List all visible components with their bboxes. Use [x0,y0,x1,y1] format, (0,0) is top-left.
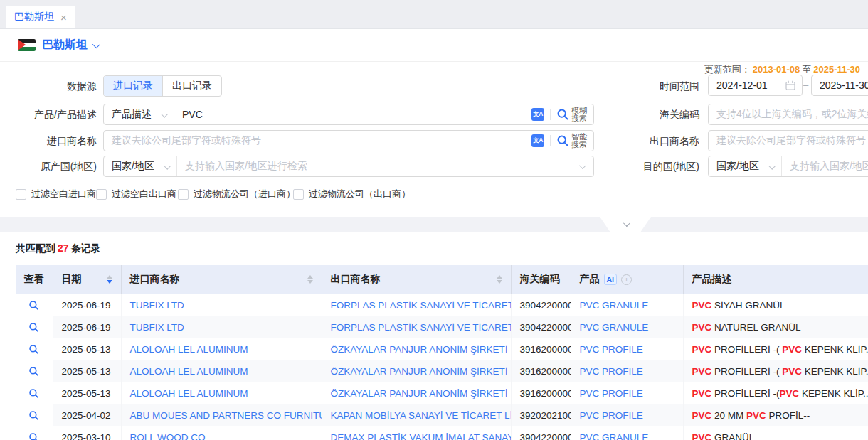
fuzzy-search-button[interactable]: 模糊搜索 [556,107,593,123]
sort-control-importer[interactable] [302,275,313,284]
chevron-down-icon [161,110,168,117]
translate-icon[interactable]: 文A [531,134,544,147]
date-start-input[interactable]: 2024-12-01 [708,75,803,96]
importer-link[interactable]: ALOLOAH LEL ALUMINUM [121,338,322,360]
exporter-label: 出口商名称 [607,130,699,151]
sort-desc-icon[interactable] [497,280,502,284]
filter-checkbox-label: 过滤空白出口商 [112,188,176,200]
info-icon[interactable] [621,274,632,285]
table-header-row: 查看 日期 进口商名称 出口商名称 海关编码 [16,265,868,294]
origin-country-label: 原产国(地区) [0,156,97,177]
checkbox-icon[interactable] [178,189,189,200]
exporter-link[interactable]: ÖZKAYALAR PANJUR ANONİM ŞİRKETİ [322,338,511,360]
view-record-button[interactable] [16,316,53,338]
product-link[interactable]: PVC GRANULE [571,294,683,316]
collapse-strip [0,217,868,232]
product-description-cell: PVC PROFİLLERİ -( PVC KEPENK KLİP... [683,338,868,360]
filter-checkbox[interactable]: 过滤物流公司（出口商） [293,188,411,200]
exporter-link[interactable]: ÖZKAYALAR PANJUR ANONİM ŞİRKETİ [322,382,511,404]
tab-export-records[interactable]: 出口记录 [163,76,221,96]
view-record-button[interactable] [16,338,53,360]
divider [550,109,551,120]
chevron-down-icon [164,162,171,169]
close-icon[interactable]: × [60,12,67,23]
view-record-button[interactable] [16,382,53,404]
table-row: 2025-06-19TUBFIX LTDFORPLAS PLASTİK SANA… [16,294,868,316]
filter-checkbox-label: 过滤物流公司（出口商） [309,188,411,200]
product-label: 产品/产品描述 [0,104,97,125]
sort-control-exporter[interactable] [491,275,502,284]
results-table-body: 2025-06-19TUBFIX LTDFORPLAS PLASTİK SANA… [16,294,868,440]
product-description-cell: PVC PROFİLLERİ -( PVC KEPENK KLİP... [683,360,868,382]
sort-asc-icon[interactable] [307,275,313,279]
description-text: PROFİLLERİ -( [711,344,782,355]
filter-checkbox[interactable]: 过滤空白进口商 [16,188,96,200]
smart-search-line2: 搜索 [571,141,587,149]
exporter-link[interactable]: FORPLAS PLASTİK SANAYİ VE TİCARET LİMİ..… [322,316,511,338]
importer-link[interactable]: ROLL WOOD CO [121,426,322,440]
view-record-button[interactable] [16,426,53,440]
smart-search-button[interactable]: 智能搜索 [556,133,593,149]
importer-link[interactable]: ALOLOAH LEL ALUMINUM [121,360,322,382]
importer-link[interactable]: TUBFIX LTD [121,294,322,316]
description-text: KEPENK KLİP... [802,366,868,377]
product-link[interactable]: PVC PROFILE [571,360,683,382]
product-field-select-value: 产品描述 [112,108,152,121]
product-link[interactable]: PVC PROFILE [571,382,683,404]
importer-link[interactable]: ALOLOAH LEL ALUMINUM [121,382,322,404]
sort-desc-icon[interactable] [107,280,112,284]
view-record-button[interactable] [16,360,53,382]
importer-input[interactable]: 建议去除公司尾部字符或特殊符号 [104,134,261,147]
column-header-importer: 进口商名称 [121,265,322,294]
exporter-link[interactable]: ÖZKAYALAR PANJUR ANONİM ŞİRKETİ [322,360,511,382]
checkbox-icon[interactable] [293,189,304,200]
view-record-button[interactable] [16,404,53,426]
product-link[interactable]: PVC PROFILE [571,338,683,360]
destination-country-label: 目的国(地区) [607,156,699,177]
chevron-down-icon[interactable] [92,40,100,48]
checkbox-icon[interactable] [16,189,26,200]
date-end-value: 2025-11-30 [820,80,868,91]
date-cell: 2025-05-13 [53,382,121,404]
hs-code-label: 海关编码 [607,104,699,125]
origin-country-input[interactable]: 支持输入国家/地区进行检索 [177,160,307,173]
filter-checkbox[interactable]: 过滤空白出口商 [96,188,176,200]
column-header-exporter: 出口商名称 [322,265,511,294]
product-link[interactable]: PVC GRANULE [571,316,683,338]
sort-asc-icon[interactable] [107,275,112,279]
destination-country-input[interactable]: 支持输入国家/地区进行 [782,160,868,173]
product-input[interactable]: PVC [174,109,203,120]
sort-control-date[interactable] [101,275,112,284]
translate-icon[interactable]: 文A [531,108,544,121]
destination-country-select[interactable]: 国家/地区 [709,156,782,176]
origin-country-select[interactable]: 国家/地区 [104,156,177,176]
description-text: PROFİLLERİ -( [711,366,782,377]
view-icon [28,344,39,355]
exporter-link[interactable]: KAPAN MOBİLYA SANAYİ VE TİCARET LİMİT... [322,404,511,426]
sort-asc-icon[interactable] [497,275,502,279]
filter-checkbox[interactable]: 过滤物流公司（进口商） [178,188,295,200]
date-end-input[interactable]: 2025-11-30 [811,75,868,96]
exporter-input[interactable]: 建议去除公司尾部字符或特殊符号 [708,130,868,151]
collapse-panel-button[interactable] [600,217,651,232]
checkbox-icon[interactable] [96,189,107,200]
search-icon [556,108,569,121]
product-link[interactable]: PVC GRANULE [571,426,683,440]
product-description-cell: PVC NATUREL GRANÜL [683,316,868,338]
product-link[interactable]: PVC PROFILE [571,404,683,426]
table-row: 2025-05-13ALOLOAH LEL ALUMINUMÖZKAYALAR … [16,382,868,404]
summary-prefix: 共匹配到 [16,242,55,254]
tab-bar: 巴勒斯坦 × [0,0,868,29]
importer-link[interactable]: ABU MOUES AND PARTNERS CO FURNITURE [121,404,322,426]
sort-desc-icon[interactable] [307,280,313,284]
view-record-button[interactable] [16,294,53,316]
tab-import-records[interactable]: 进口记录 [104,76,163,96]
exporter-link[interactable]: FORPLAS PLASTİK SANAYİ VE TİCARET LİMİ..… [322,294,511,316]
importer-link[interactable]: TUBFIX LTD [121,316,322,338]
product-field-select[interactable]: 产品描述 [104,104,174,124]
view-icon [28,432,39,440]
results-summary: 共匹配到27条记录 [16,242,868,255]
hs-code-input[interactable]: 支持4位以上海关编码，或2位海关编码加 [708,104,868,125]
tab-palestine[interactable]: 巴勒斯坦 × [6,6,75,28]
exporter-link[interactable]: DEMAX PLASTİK VAKUM İMALAT SANAYİ V... [322,426,511,440]
